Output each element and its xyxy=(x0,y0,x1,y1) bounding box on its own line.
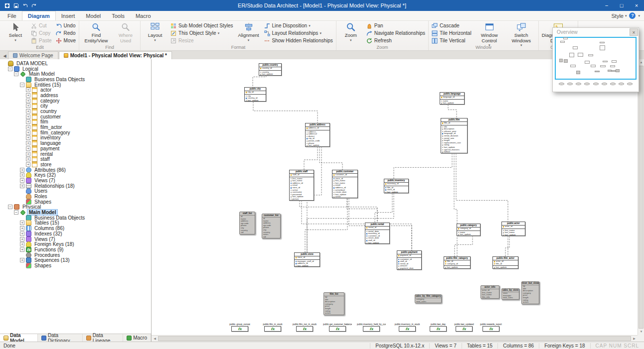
tab-scroll-left-icon[interactable]: ◀ xyxy=(1,54,8,59)
tree-item-rental[interactable]: +rental xyxy=(0,151,151,157)
tree-item-logical[interactable]: −Logical xyxy=(0,66,151,72)
entity-public-film[interactable]: public.filmfilm_idtitledescriptionreleas… xyxy=(441,118,468,153)
expander-expand-icon[interactable]: + xyxy=(20,247,24,252)
show-hidden-relationships-button[interactable]: Show Hidden Relationships xyxy=(263,37,334,44)
select-button[interactable]: Select ▾ xyxy=(2,21,28,44)
alignment-button[interactable]: Alignment ▾ xyxy=(236,21,262,44)
function-public-film-not-in-stock[interactable]: public.film_not_in_stockfx xyxy=(290,323,319,332)
overview-close-icon[interactable]: × xyxy=(630,28,638,36)
expander-collapse-icon[interactable]: − xyxy=(8,205,12,209)
doc-tab-welcome-page[interactable]: Welcome Page xyxy=(8,51,58,59)
entity-public-film-category[interactable]: public.film_categoryfilm_idcategory_idla… xyxy=(444,256,471,269)
cut-button[interactable]: Cut xyxy=(29,22,53,29)
tree-item-city[interactable]: +city xyxy=(0,104,151,109)
entity-public-customer[interactable]: public.customercustomer_idstore_idfirst_… xyxy=(332,170,358,198)
expander-collapse-icon[interactable]: − xyxy=(8,67,12,71)
tile-vertical-button[interactable]: Tile Vertical xyxy=(430,37,473,44)
scroll-down-icon[interactable]: ▼ xyxy=(638,329,644,335)
tree-item-country[interactable]: +country xyxy=(0,109,151,114)
vertical-scrollbar[interactable]: ▲ ▼ xyxy=(638,59,644,335)
minimize-button[interactable]: − xyxy=(599,0,614,11)
menu-insert[interactable]: Insert xyxy=(56,11,81,20)
tree-item-language[interactable]: +language xyxy=(0,140,151,146)
sub-model-object-styles-button[interactable]: Sub Model Object Styles xyxy=(169,22,235,29)
vertical-scroll-thumb[interactable] xyxy=(639,66,644,329)
horizontal-scroll-thumb[interactable] xyxy=(158,336,631,341)
function-public-last-updated[interactable]: public.last_updatedfx xyxy=(450,323,479,332)
tree-item-business-data-objects[interactable]: Business Data Objects xyxy=(0,77,151,82)
panel-tab-data-lineage[interactable]: Data Lineage xyxy=(83,334,124,342)
expander-collapse-icon[interactable]: − xyxy=(14,72,18,76)
expander-expand-icon[interactable]: + xyxy=(26,152,30,156)
chevron-down-icon[interactable]: ▾ xyxy=(638,14,640,17)
close-button[interactable]: × xyxy=(629,0,644,11)
quick-undo-icon[interactable] xyxy=(20,2,29,9)
style-button[interactable]: Style▾ xyxy=(612,13,627,19)
function-public-last-day[interactable]: public.last_dayfx xyxy=(424,323,453,332)
tree-item-tables-15[interactable]: +Tables (15) xyxy=(0,221,151,226)
expander-expand-icon[interactable]: + xyxy=(20,242,24,246)
entity-public-payment[interactable]: public.paymentpayment_idcustomer_idstaff… xyxy=(397,250,422,270)
layout-relationships-button[interactable]: Layout Relationships▾ xyxy=(263,29,334,37)
horizontal-scrollbar[interactable]: ◀ ▶ xyxy=(152,335,638,342)
panel-tab-data-model[interactable]: Data Model xyxy=(0,334,38,342)
entity-public-store[interactable]: public.storestore_idmanager_staff_idaddr… xyxy=(294,252,320,267)
quick-redo-icon[interactable] xyxy=(29,2,38,9)
redo-button[interactable]: Redo xyxy=(54,29,77,37)
tree-item-staff[interactable]: +staff xyxy=(0,156,151,162)
expander-collapse-icon[interactable]: − xyxy=(14,210,18,215)
entity-public-actor[interactable]: public.actoractor_idfirst_namelast_namel… xyxy=(501,222,525,236)
expander-expand-icon[interactable]: + xyxy=(26,130,30,135)
entity-public-country[interactable]: public.countrycountry_idcountrylast_upda… xyxy=(259,63,282,76)
expander-expand-icon[interactable]: + xyxy=(20,221,24,225)
view-sales-by-film-category[interactable]: sales_by_film_categorycategorytotal_sale… xyxy=(415,294,442,303)
help-icon[interactable]: ? xyxy=(629,12,636,19)
tree-item-indexes-32[interactable]: +Indexes (32) xyxy=(0,231,151,236)
menu-file[interactable]: File xyxy=(2,11,22,20)
expander-expand-icon[interactable]: + xyxy=(26,88,30,92)
paste-button[interactable]: Paste xyxy=(29,37,53,44)
tree-item-address[interactable]: +address xyxy=(0,93,151,98)
entity-public-inventory[interactable]: public.inventoryinventory_idfilm_idstore… xyxy=(384,179,409,193)
expander-expand-icon[interactable]: + xyxy=(20,178,24,183)
expander-expand-icon[interactable]: + xyxy=(20,184,24,188)
expander-expand-icon[interactable]: + xyxy=(26,115,30,119)
tree-item-customer[interactable]: +customer xyxy=(0,114,151,119)
expander-expand-icon[interactable]: + xyxy=(20,168,24,172)
entity-public-language[interactable]: public.languagelanguage_idnamelast_updat… xyxy=(440,92,465,105)
tree-item-actor[interactable]: +actor xyxy=(0,87,151,93)
tree-item-business-data-objects[interactable]: Business Data Objects xyxy=(0,215,151,221)
tree-item-payment[interactable]: +payment xyxy=(0,146,151,151)
tree-item-views-7[interactable]: +Views (7) xyxy=(0,236,151,242)
tree-item-physical[interactable]: −Physical xyxy=(0,205,151,210)
overview-minimap[interactable] xyxy=(555,37,637,80)
expander-expand-icon[interactable]: + xyxy=(26,99,30,103)
tree-item-foreign-keys-18[interactable]: +Foreign Keys (18) xyxy=(0,241,151,247)
overview-titlebar[interactable]: Overview × xyxy=(553,28,639,36)
tree-item-columns-86[interactable]: +Columns (86) xyxy=(0,226,151,231)
tree-item-category[interactable]: +category xyxy=(0,98,151,104)
scroll-left-icon[interactable]: ◀ xyxy=(152,336,158,342)
entity-public-staff[interactable]: public.staffstaff_idfirst_namelast_namea… xyxy=(289,170,314,201)
tree-item-main-model[interactable]: −Main Model xyxy=(0,71,151,77)
function-public-inventory-in-stock[interactable]: public.inventory_in_stockfx xyxy=(393,323,422,332)
view-sales-by-store[interactable]: sales_by_storestoremanagertotal_sales xyxy=(501,288,519,300)
overview-viewport[interactable] xyxy=(555,37,637,80)
tree-item-film[interactable]: +film xyxy=(0,119,151,125)
panel-tab-data-dictionary[interactable]: Data Dictionary xyxy=(38,334,83,342)
tree-item-shapes[interactable]: Shapes xyxy=(0,199,151,205)
scroll-right-icon[interactable]: ▶ xyxy=(631,336,638,342)
entity-public-film-actor[interactable]: public.film_actoractor_idfilm_idlast_upd… xyxy=(492,256,518,269)
doc-tab-model1-physical-model-view-physical[interactable]: Model1 - Physical Model View: Physical * xyxy=(59,51,172,59)
resize-button[interactable]: Resize xyxy=(169,37,235,44)
expander-expand-icon[interactable]: + xyxy=(26,104,30,108)
tree-item-shapes[interactable]: Shapes xyxy=(0,263,151,268)
switch-windows-button[interactable]: Switch Windows ▾ xyxy=(506,21,537,44)
entity-public-address[interactable]: public.addressaddress_idaddressaddress2d… xyxy=(305,123,330,147)
view-customer-list[interactable]: customer_listidnameaddresszip codephonec… xyxy=(262,214,281,238)
window-control-button[interactable]: Window Control ▾ xyxy=(474,21,505,44)
tree-item-attributes-86[interactable]: +Attributes (86) xyxy=(0,167,151,173)
expander-expand-icon[interactable]: + xyxy=(26,119,30,124)
expander-expand-icon[interactable]: + xyxy=(26,135,30,140)
view-staff-list[interactable]: staff_listidnameaddresszip codephonecity… xyxy=(239,212,255,234)
